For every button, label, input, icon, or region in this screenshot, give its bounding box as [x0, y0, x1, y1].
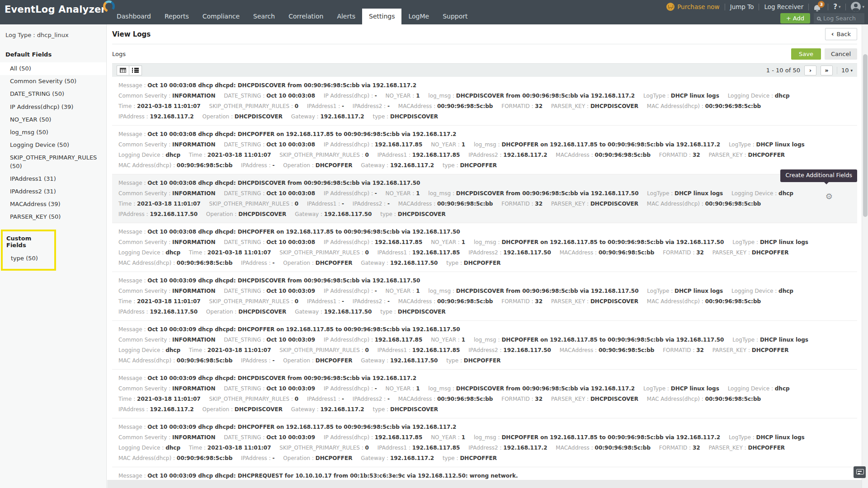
log-entry[interactable]: Message : Oct 10 00:03:08 dhcp dhcpd: DH…	[112, 174, 857, 223]
log-field-pair: MAC Address(dhcp) : 00:90:96:98:5c:bb	[118, 258, 232, 268]
tab-alerts[interactable]: Alerts	[330, 9, 362, 24]
sidebar-field-item[interactable]: DATE_STRING (50)	[0, 88, 106, 100]
log-field-pair: Logging Device : dhcp	[731, 188, 793, 199]
log-field-pair: MACAddress : 00:90:96:98:5c:bb	[556, 150, 651, 160]
tab-reports[interactable]: Reports	[158, 9, 196, 24]
notifications-button[interactable]: 3	[814, 3, 823, 11]
help-menu-button[interactable]: ? ▾	[833, 3, 840, 11]
list-view-button[interactable]	[129, 66, 142, 75]
last-page-button[interactable]: »	[821, 66, 833, 75]
scrollbar-thumb[interactable]	[863, 54, 868, 217]
log-field-pair: LogType : DHCP linux logs	[647, 286, 723, 296]
log-field-pair: PARSER_KEY : DHCPOFFER	[712, 345, 789, 356]
tab-logme[interactable]: LogMe	[401, 9, 436, 24]
log-message-value: Oct 10 00:03:08 dhcp dhcpd: DHCPOFFER on…	[147, 229, 460, 235]
log-field-pair: IP Address(dhcp) : 192.168.117.85	[324, 335, 422, 345]
sidebar-custom-field-item[interactable]: type (50)	[3, 252, 54, 265]
feedback-chat-icon[interactable]	[854, 466, 866, 478]
log-field-pair: MAC Address(dhcp) : 00:90:96:98:5c:bb	[118, 453, 232, 464]
sidebar-field-item[interactable]: IP Address(dhcp) (39)	[0, 101, 106, 113]
log-field-pair: NO_YEAR : 1	[386, 384, 420, 394]
log-message-value: Oct 10 00:03:09 dhcp dhcpd: DHCPREQUEST …	[147, 473, 518, 479]
log-field-pair: LogType : DHCP linux logs	[643, 384, 719, 394]
tab-dashboard[interactable]: Dashboard	[110, 9, 158, 24]
log-field-pair: MACAddress : 00:90:96:98:5c:bb	[398, 199, 493, 209]
create-additional-fields-gear-icon[interactable]: ⚙	[826, 192, 833, 201]
sidebar-field-item[interactable]: Logging Device (50)	[0, 139, 106, 151]
default-fields-list: All (50)Common Severity (50)DATE_STRING …	[0, 62, 106, 223]
sidebar-field-item[interactable]: NO_YEAR (50)	[0, 113, 106, 126]
tab-correlation[interactable]: Correlation	[282, 9, 330, 24]
log-field-pair: log_msg : DHCPDISCOVER from 00:90:96:98:…	[428, 91, 635, 101]
log-search-input[interactable]: Log Search	[814, 13, 864, 23]
log-fields: Common Severity : INFORMATION DATE_STRIN…	[118, 237, 851, 268]
log-field-pair: DATE_STRING : Oct 10 00:03:08	[224, 91, 315, 101]
log-field-pair: Logging Device : dhcp	[118, 150, 180, 160]
sidebar-field-item[interactable]: PARSER_KEY (50)	[0, 211, 106, 223]
log-field-pair: Gateway : 192.168.117.2	[291, 112, 364, 122]
log-field-pair: MAC Address(dhcp) : 00:90:96:98:5c:bb	[647, 199, 761, 209]
log-field-pair: IPAddress2 : -	[353, 394, 390, 404]
page-size-dropdown[interactable]: 10 ▾	[841, 67, 853, 74]
tab-compliance[interactable]: Compliance	[196, 9, 246, 24]
log-receiver-link[interactable]: Log Receiver	[764, 3, 803, 10]
tab-settings[interactable]: Settings	[362, 9, 401, 24]
log-entry[interactable]: Message : Oct 10 00:03:09 dhcp dhcpd: DH…	[112, 370, 857, 418]
sidebar-field-item[interactable]: IPAddress1 (31)	[0, 173, 106, 185]
log-entry[interactable]: Message : Oct 10 00:03:08 dhcp dhcpd: DH…	[112, 126, 857, 174]
log-field-pair: LogType : DHCP linux logs	[729, 432, 805, 443]
save-button[interactable]: Save	[791, 48, 821, 60]
log-message-value: Oct 10 00:03:09 dhcp dhcpd: DHCPDISCOVER…	[147, 375, 416, 381]
sidebar-field-item[interactable]: IPAddress2 (31)	[0, 185, 106, 198]
log-entry[interactable]: Message : Oct 10 00:03:08 dhcp dhcpd: DH…	[112, 223, 857, 272]
log-field-pair: Common Severity : INFORMATION	[118, 237, 215, 248]
log-field-pair: MAC Address(dhcp) : 00:90:96:98:5c:bb	[647, 296, 761, 307]
log-entry[interactable]: Message : Oct 10 00:03:09 dhcp dhcpd: DH…	[112, 321, 857, 370]
log-message-line: Message : Oct 10 00:03:09 dhcp dhcpd: DH…	[118, 324, 851, 335]
add-button[interactable]: + Add	[780, 13, 810, 23]
log-field-pair: NO_YEAR : 1	[386, 91, 420, 101]
log-field-pair: IPAddress : -	[241, 356, 274, 366]
log-entry[interactable]: Message : Oct 10 00:03:08 dhcp dhcpd: DH…	[112, 77, 857, 126]
sidebar-field-item[interactable]: SKIP_OTHER_PRIMARY_RULES (50)	[0, 151, 106, 172]
log-field-pair: MAC Address(dhcp) : 00:90:96:98:5c:bb	[647, 394, 761, 404]
log-field-pair: DATE_STRING : Oct 10 00:03:08	[224, 237, 315, 248]
cancel-button[interactable]: Cancel	[825, 48, 857, 60]
table-view-button[interactable]	[117, 66, 129, 75]
log-entry[interactable]: Message : Oct 10 00:03:09 dhcp dhcpd: DH…	[112, 272, 857, 321]
log-field-pair: SKIP_OTHER_PRIMARY_RULES : 0	[209, 296, 299, 307]
log-field-pair: Time : 2021-03-18 11:01:07	[118, 394, 201, 404]
log-field-pair: LogType : DHCP linux logs	[647, 188, 723, 199]
log-field-pair: Time : 2021-03-18 11:01:07	[189, 150, 271, 160]
log-field-pair: Operation : DHCPOFFER	[283, 258, 352, 268]
log-field-pair: NO_YEAR : 1	[431, 140, 465, 150]
log-entry[interactable]: Message : Oct 10 00:03:09 dhcp dhcpd: DH…	[112, 418, 857, 467]
log-field-pair: IPAddress2 : -	[353, 296, 390, 307]
divider	[845, 4, 846, 10]
bottom-scroll-strip[interactable]	[107, 480, 862, 488]
log-field-pair: SKIP_OTHER_PRIMARY_RULES : 0	[279, 248, 369, 258]
chevron-down-icon: ▾	[862, 5, 864, 9]
divider	[828, 4, 828, 10]
purchase-now-link[interactable]: Purchase now	[666, 3, 719, 11]
tab-search[interactable]: Search	[246, 9, 282, 24]
log-message-line: Message : Oct 10 00:03:08 dhcp dhcpd: DH…	[118, 178, 851, 188]
tab-support[interactable]: Support	[436, 9, 474, 24]
log-field-pair: Operation : DHCPDISCOVER	[202, 404, 282, 415]
sidebar-field-item[interactable]: All (50)	[0, 62, 106, 75]
jump-to-link[interactable]: Jump To	[730, 3, 754, 10]
sidebar-field-item[interactable]: Common Severity (50)	[0, 75, 106, 88]
log-field-pair: FORMATID : 32	[659, 150, 700, 160]
log-fields: Common Severity : INFORMATION DATE_STRIN…	[118, 140, 851, 171]
next-page-button[interactable]: ›	[804, 66, 816, 75]
list-icon	[132, 68, 139, 73]
sidebar-field-item[interactable]: log_msg (50)	[0, 126, 106, 139]
sidebar-field-item[interactable]: MACAddress (39)	[0, 198, 106, 211]
log-field-pair: Common Severity : INFORMATION	[118, 188, 215, 199]
log-field-pair: Time : 2021-03-18 11:01:07	[118, 101, 201, 112]
back-button[interactable]: ‹ Back	[825, 28, 857, 40]
vertical-scrollbar[interactable]	[862, 24, 868, 488]
log-fields: Common Severity : INFORMATION DATE_STRIN…	[118, 432, 851, 464]
user-menu-button[interactable]: ▾	[851, 2, 864, 12]
log-field-pair: IPAddress1 : -	[307, 394, 344, 404]
